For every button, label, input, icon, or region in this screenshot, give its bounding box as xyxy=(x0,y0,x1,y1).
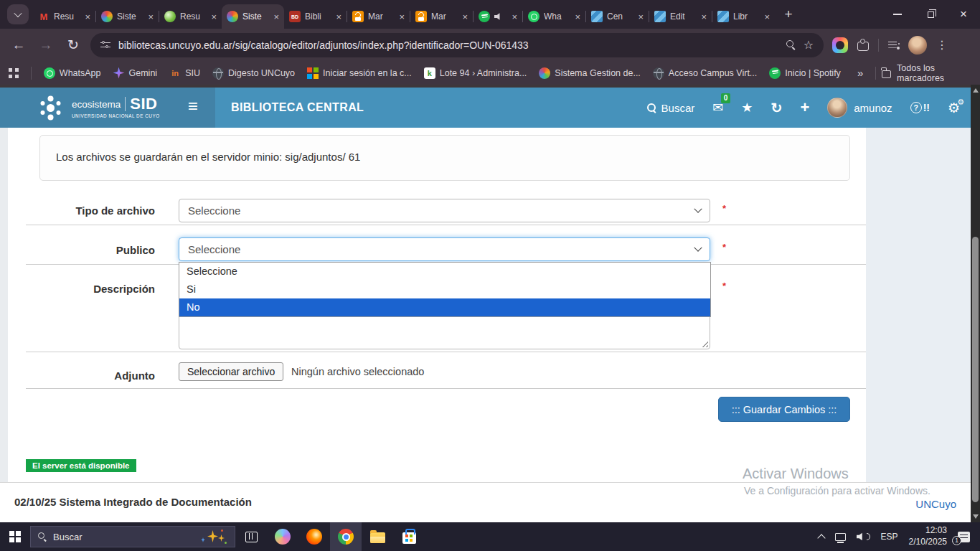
bookmark-star-icon[interactable]: ☆ xyxy=(804,38,814,52)
firefox-button[interactable] xyxy=(298,522,330,551)
tab-close-icon[interactable]: × xyxy=(512,11,517,22)
copilot-button[interactable] xyxy=(267,522,298,551)
browser-menu-icon[interactable]: ⋮ xyxy=(936,38,948,52)
browser-tab[interactable]: Wha × xyxy=(523,4,585,29)
apps-grid-icon[interactable] xyxy=(9,68,19,78)
bookmark-item[interactable]: Digesto UNCuyo xyxy=(212,67,295,79)
file-explorer-button[interactable] xyxy=(362,522,393,551)
browser-tab-active[interactable]: Siste × xyxy=(222,4,284,29)
extensions-puzzle-icon[interactable] xyxy=(857,42,869,51)
save-button[interactable]: ::: Guardar Cambios ::: xyxy=(718,397,850,422)
scroll-down-arrow[interactable] xyxy=(973,514,979,519)
dropdown-option-si[interactable]: Si xyxy=(179,281,710,298)
taskbar-search-box[interactable]: Buscar xyxy=(30,526,235,547)
browser-tab[interactable]: BD Bibli × xyxy=(284,4,347,29)
tab-close-icon[interactable]: × xyxy=(462,11,468,22)
resize-grip[interactable] xyxy=(701,340,708,347)
activate-windows-subtext: Ve a Configuración para activar Windows. xyxy=(744,485,930,496)
bookmark-item[interactable]: k Lote 94 › Administra... xyxy=(424,67,527,79)
add-icon[interactable]: + xyxy=(800,98,809,117)
restore-icon xyxy=(928,11,934,18)
favorites-star-icon[interactable]: ★ xyxy=(741,100,753,116)
browser-tab[interactable]: × xyxy=(473,4,522,29)
tab-audio-icon[interactable] xyxy=(494,13,502,21)
sync-icon[interactable]: ↻ xyxy=(771,100,782,116)
media-controls-icon[interactable] xyxy=(888,41,899,50)
tab-close-icon[interactable]: × xyxy=(273,11,279,22)
scroll-up-arrow[interactable] xyxy=(973,88,979,93)
browser-tab[interactable]: Cen × xyxy=(586,4,649,29)
browser-tab[interactable]: Mar × xyxy=(410,4,473,29)
browser-tab[interactable]: Resu × xyxy=(159,4,222,29)
bookmarks-overflow-icon[interactable]: » xyxy=(857,67,863,79)
tab-search-button[interactable] xyxy=(7,4,29,24)
store-button[interactable] xyxy=(393,522,425,551)
close-window-button[interactable]: × xyxy=(947,0,980,29)
browser-tab[interactable]: M Resu × xyxy=(33,4,95,29)
browser-tab[interactable]: Mar × xyxy=(347,4,410,29)
start-button[interactable] xyxy=(0,522,30,551)
select-publico[interactable]: Seleccione xyxy=(179,237,710,261)
browser-tab-strip: M Resu × Siste × Resu × Siste × BD Bibli… xyxy=(0,0,980,29)
bookmark-item[interactable]: Inicio | Spotify xyxy=(769,67,841,79)
tab-close-icon[interactable]: × xyxy=(638,11,644,22)
bookmark-item[interactable]: Acceso Campus Virt... xyxy=(653,67,757,79)
settings-button[interactable]: ⚙ ⚙ xyxy=(948,100,960,116)
address-bar[interactable]: bibliotecas.uncuyo.edu.ar/sig/catalogo/e… xyxy=(90,33,824,57)
browser-tab[interactable]: Siste × xyxy=(96,4,159,29)
chevron-down-icon xyxy=(694,204,702,212)
tray-chevron-icon[interactable] xyxy=(817,534,825,542)
language-indicator[interactable]: ESP xyxy=(881,532,898,542)
new-tab-button[interactable]: + xyxy=(778,4,799,25)
select-tipo-de-archivo[interactable]: Seleccione xyxy=(179,199,710,222)
tab-close-icon[interactable]: × xyxy=(211,11,217,22)
bookmark-item[interactable]: Gemini xyxy=(113,67,158,79)
tab-close-icon[interactable]: × xyxy=(399,11,405,22)
bookmark-item[interactable]: Iniciar sesión en la c... xyxy=(307,67,412,79)
dropdown-option-no[interactable]: No xyxy=(179,298,710,316)
header-search-button[interactable]: Buscar xyxy=(647,102,695,114)
back-button[interactable]: ← xyxy=(6,33,32,57)
network-icon[interactable] xyxy=(835,533,846,541)
bookmark-item[interactable]: WhatsApp xyxy=(44,67,101,79)
tab-close-icon[interactable]: × xyxy=(336,11,341,22)
help-button[interactable]: ? !! xyxy=(910,102,930,113)
tab-close-icon[interactable]: × xyxy=(148,11,154,22)
help-bangs: !! xyxy=(923,102,930,113)
reload-button[interactable]: ↻ xyxy=(60,33,86,57)
browser-tab[interactable]: Edit × xyxy=(649,4,712,29)
browser-tab[interactable]: Libr × xyxy=(712,4,775,29)
footer-uncuyo-link[interactable]: UNCuyo xyxy=(915,498,956,510)
minimize-button[interactable] xyxy=(881,0,914,29)
user-menu[interactable]: amunoz xyxy=(827,98,892,118)
gemini-icon xyxy=(113,67,125,79)
tab-close-icon[interactable]: × xyxy=(85,11,90,22)
bookmark-item[interactable]: Sistema Gestion de... xyxy=(539,67,641,79)
bookmark-item[interactable]: in SIU xyxy=(169,67,200,79)
restore-button[interactable] xyxy=(914,0,947,29)
scrollbar-thumb[interactable] xyxy=(972,237,979,502)
taskbar-clock[interactable]: 12:03 2/10/2025 xyxy=(909,525,947,547)
forward-button[interactable]: → xyxy=(33,33,59,57)
site-settings-icon[interactable] xyxy=(100,41,110,50)
chrome-button[interactable] xyxy=(330,522,362,551)
tab-close-icon[interactable]: × xyxy=(764,11,770,22)
page-scrollbar[interactable] xyxy=(971,85,980,522)
tab-close-icon[interactable]: × xyxy=(701,11,707,22)
file-select-button[interactable]: Seleccionar archivo xyxy=(179,362,283,381)
zoom-icon[interactable] xyxy=(786,40,796,50)
tab-close-icon[interactable]: × xyxy=(575,11,580,22)
microsoft-icon xyxy=(307,67,319,79)
menu-hamburger-icon[interactable]: ≡ xyxy=(188,98,198,115)
brand-block[interactable]: ecosistema SID UNIVERSIDAD NACIONAL DE C… xyxy=(0,88,215,128)
messages-button[interactable]: ✉ 0 xyxy=(712,100,723,116)
browser-profile-avatar[interactable] xyxy=(908,36,927,55)
dropdown-option-seleccione[interactable]: Seleccione xyxy=(179,263,710,281)
notifications-button[interactable]: 1 xyxy=(958,532,970,542)
volume-button[interactable] xyxy=(857,532,870,541)
search-label: Buscar xyxy=(661,102,695,114)
task-view-button[interactable] xyxy=(235,522,267,551)
all-bookmarks[interactable]: Todos los marcadores xyxy=(875,63,971,83)
extension-icon[interactable] xyxy=(832,37,848,53)
globe-icon xyxy=(653,67,664,79)
